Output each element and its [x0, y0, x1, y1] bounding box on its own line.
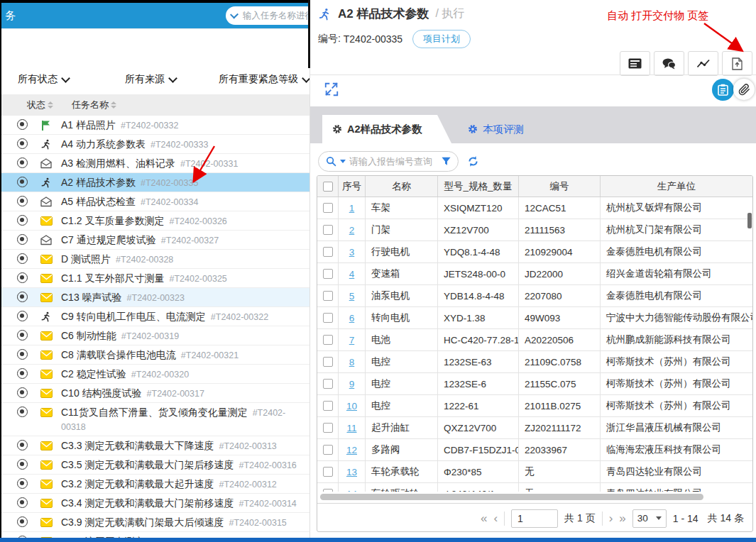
radio-selected-icon[interactable] [17, 138, 28, 149]
radio-selected-icon[interactable] [17, 253, 28, 264]
report-search-input[interactable]: 请输入报告编号查询 [318, 151, 459, 172]
row-checkbox[interactable] [323, 423, 333, 433]
row-checkbox[interactable] [323, 225, 333, 235]
task-list-item[interactable]: C3.5 测定无载和满载最大门架后移速度#T2402-00316 [0, 455, 309, 475]
row-number-link[interactable]: 6 [349, 313, 355, 323]
radio-selected-icon[interactable] [17, 368, 28, 379]
task-list-item[interactable]: C8 满载联合操作电池电流#T2402-00321 [0, 345, 309, 365]
row-checkbox[interactable] [323, 269, 333, 279]
expand-icon[interactable] [324, 82, 339, 97]
radio-selected-icon[interactable] [17, 459, 28, 470]
priority-filter-dropdown[interactable]: 所有重要紧急等级 [219, 73, 309, 86]
status-filter-dropdown[interactable]: 所有状态 [18, 73, 69, 86]
task-list-item[interactable]: A4 动力系统参数表#T2402-00333 [0, 135, 309, 154]
row-checkbox[interactable] [323, 247, 333, 257]
task-list-item[interactable]: D 测试照片#T2402-00328 [0, 250, 309, 269]
sort-icon[interactable] [48, 101, 53, 109]
task-list-item[interactable]: C11货叉自然下滑量、货叉倾角变化量测定#T2402-00318 [0, 403, 309, 436]
row-number-link[interactable]: 11 [346, 423, 356, 433]
deliverable-upload-button[interactable] [722, 51, 752, 76]
task-list-item[interactable]: A2 样品技术参数#T2402-00335 [0, 173, 309, 192]
row-checkbox[interactable] [323, 357, 333, 367]
radio-selected-icon[interactable] [17, 292, 28, 302]
radio-selected-icon[interactable] [17, 177, 28, 187]
radio-selected-icon[interactable] [17, 234, 28, 245]
task-list-item[interactable]: C1.2 叉车质量参数测定#T2402-00326 [0, 211, 309, 231]
row-checkbox[interactable] [323, 335, 333, 345]
refresh-icon[interactable] [467, 155, 479, 167]
task-search-input[interactable]: 输入任务名称进行 [226, 6, 310, 25]
attachment-button[interactable] [733, 79, 755, 100]
chevron-down-icon[interactable] [230, 10, 239, 18]
task-list-item[interactable]: C3.9 测定无载满载门架最大后倾速度#T2402-00315 [0, 513, 309, 532]
report-list-button[interactable] [712, 79, 734, 101]
chevron-down-icon[interactable] [340, 160, 346, 163]
row-number-link[interactable]: 3 [349, 247, 355, 258]
horizontal-scrollbar-thumb[interactable] [320, 494, 703, 500]
row-number-link[interactable]: 2 [349, 225, 355, 236]
task-list-item[interactable]: A5 样品状态检查#T2402-00334 [0, 192, 309, 211]
row-checkbox[interactable] [323, 313, 333, 323]
radio-selected-icon[interactable] [17, 478, 28, 489]
trend-button[interactable] [688, 51, 718, 76]
filter-funnel-icon[interactable] [442, 157, 451, 166]
row-number-link[interactable]: 4 [349, 269, 355, 280]
task-list-item[interactable]: C3.2 测定无载和满载最大起升速度#T2402-00312 [0, 475, 309, 494]
row-checkbox[interactable] [323, 379, 333, 389]
radio-selected-icon[interactable] [17, 349, 28, 360]
page-size-select[interactable]: 30 [632, 509, 667, 528]
radio-selected-icon[interactable] [17, 516, 28, 527]
last-page-button[interactable]: » [619, 512, 625, 524]
vertical-scrollbar-thumb[interactable] [747, 213, 752, 228]
radio-selected-icon[interactable] [17, 119, 28, 130]
page-number-input[interactable] [511, 509, 558, 528]
task-list-item[interactable]: C3.4 测定无载和满载最大门架前移速度#T2402-00314 [0, 494, 309, 513]
row-number-link[interactable]: 9 [349, 379, 355, 389]
radio-selected-icon[interactable] [17, 215, 28, 226]
row-number-link[interactable]: 10 [346, 401, 357, 411]
row-checkbox[interactable] [323, 203, 333, 213]
radio-selected-icon[interactable] [17, 157, 28, 168]
radio-selected-icon[interactable] [17, 330, 28, 341]
row-number-link[interactable]: 1 [349, 203, 355, 214]
row-number-link[interactable]: 7 [349, 335, 355, 345]
sort-icon[interactable] [111, 101, 116, 109]
status-column-sort[interactable]: 状态 [27, 99, 53, 111]
row-number-link[interactable]: 13 [346, 467, 357, 477]
radio-selected-icon[interactable] [17, 196, 28, 206]
row-number-link[interactable]: 12 [346, 445, 357, 455]
select-all-checkbox[interactable] [323, 182, 333, 192]
radio-selected-icon[interactable] [17, 406, 28, 417]
form-view-button[interactable] [620, 51, 650, 76]
row-number-link[interactable]: 5 [349, 291, 355, 302]
name-column-sort[interactable]: 任务名称 [72, 99, 116, 111]
row-number-link[interactable]: 8 [349, 357, 355, 367]
task-list-item[interactable]: C9 转向电机工作电压、电流测定#T2402-00322 [0, 307, 309, 326]
task-list-item[interactable]: C10 结构强度试验#T2402-00317 [0, 384, 309, 403]
task-list-item[interactable]: C3.3 测定无载和满载最大下降速度#T2402-00313 [0, 436, 309, 455]
prev-page-button[interactable]: ‹ [493, 512, 498, 524]
radio-selected-icon[interactable] [17, 497, 28, 508]
tab-evaluation[interactable]: 本项评测 [468, 115, 524, 143]
source-filter-dropdown[interactable]: 所有来源 [125, 73, 176, 86]
tab-sample-parameters[interactable]: A2样品技术参数 [322, 115, 451, 143]
row-checkbox[interactable] [323, 291, 333, 301]
row-checkbox[interactable] [323, 467, 333, 477]
radio-selected-icon[interactable] [17, 387, 28, 398]
comments-button[interactable] [654, 51, 684, 76]
task-list-item[interactable]: A1 样品照片#T2402-00332 [0, 116, 309, 135]
task-list-item[interactable]: A3 检测用燃料、油料记录#T2402-00331 [0, 154, 309, 173]
radio-selected-icon[interactable] [17, 311, 28, 321]
radio-selected-icon[interactable] [17, 440, 28, 450]
row-checkbox[interactable] [323, 445, 333, 455]
task-list-item[interactable]: C2 稳定性试验#T2402-00320 [0, 365, 309, 384]
first-page-button[interactable]: « [481, 512, 487, 524]
project-plan-badge[interactable]: 项目计划 [412, 30, 471, 48]
radio-selected-icon[interactable] [17, 272, 28, 283]
next-page-button[interactable]: › [609, 512, 613, 524]
task-list-item[interactable]: C6 制动性能#T2402-00319 [0, 326, 309, 345]
task-list-item[interactable]: C7 通过规定爬坡试验#T2402-00327 [0, 231, 309, 250]
row-checkbox[interactable] [323, 401, 333, 411]
task-list-item[interactable]: C3.1 液压压力测定#T2402-00311 [0, 532, 309, 538]
task-list-item[interactable]: C13 噪声试验#T2402-00323 [0, 288, 309, 307]
